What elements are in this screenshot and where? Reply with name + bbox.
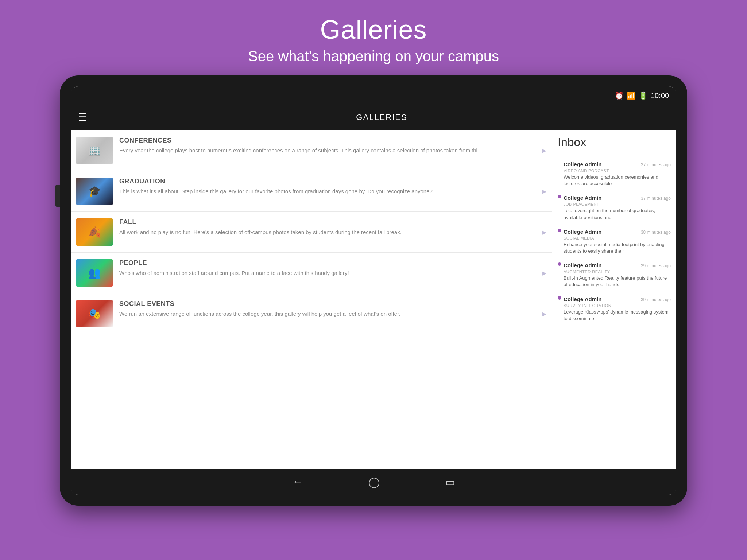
inbox-category-2: SOCIAL MEDIA [564,236,671,240]
inbox-category-4: SURVEY INTEGRATION [564,303,671,308]
tablet-device: ⏰ 📶 🔋 10:00 ☰ GALLERIES 🏢 CONFERENCES Ev… [60,75,687,506]
inbox-preview-4: Leverage Klass Apps' dynamic messaging s… [564,309,671,322]
gallery-thumb-social-events: 🎭 [76,300,113,327]
inbox-time-3: 39 minutes ago [641,263,671,268]
gallery-item-title-social-events: SOCIAL EVENTS [119,300,535,308]
inbox-dot-2 [558,229,561,232]
inbox-item-body-4: College Admin 39 minutes ago SURVEY INTE… [564,296,671,322]
inbox-item-0[interactable]: College Admin 37 minutes ago VIDEO AND P… [558,158,671,191]
hamburger-menu-icon[interactable]: ☰ [78,111,87,123]
inbox-preview-1: Total oversight on the number of graduat… [564,207,671,221]
inbox-sender-1: College Admin [564,195,601,201]
gallery-item-title-people: PEOPLE [119,259,535,267]
inbox-time-4: 39 minutes ago [641,297,671,302]
inbox-sender-3: College Admin [564,262,601,268]
app-bar-title: GALLERIES [94,113,669,122]
inbox-item-body-1: College Admin 37 minutes ago JOB PLACEME… [564,195,671,221]
inbox-item-body-3: College Admin 39 minutes ago AUGMENTED R… [564,262,671,288]
inbox-preview-3: Built-in Augmented Reality feature puts … [564,275,671,288]
gallery-item-title-conferences: CONFERENCES [119,137,535,144]
gallery-thumb-people: 👥 [76,259,113,287]
tablet-screen: ⏰ 📶 🔋 10:00 ☰ GALLERIES 🏢 CONFERENCES Ev… [71,86,676,495]
gallery-item-desc-conferences: Every year the college plays host to num… [119,147,535,154]
status-bar: ⏰ 📶 🔋 10:00 [71,86,676,105]
recents-button[interactable]: ▭ [445,476,455,488]
gallery-item-fall[interactable]: 🍂 FALL All work and no play is no fun! H… [71,212,552,253]
app-bar: ☰ GALLERIES [71,105,676,130]
inbox-sender-0: College Admin [564,161,601,167]
inbox-item-body-2: College Admin 38 minutes ago SOCIAL MEDI… [564,229,671,254]
page-title: Galleries [248,15,499,44]
nav-bar: ← ◯ ▭ [71,469,676,495]
inbox-dot-4 [558,296,561,300]
inbox-preview-0: Welcome videos, graduation ceremonies an… [564,174,671,187]
gallery-item-arrow-social-events: ▸ [542,309,546,319]
gallery-item-arrow-conferences: ▸ [542,146,546,155]
inbox-preview-2: Enhance your social media footprint by e… [564,241,671,254]
gallery-item-desc-people: Who's who of administration staff around… [119,269,535,277]
gallery-item-arrow-graduation: ▸ [542,187,546,196]
inbox-category-3: AUGMENTED REALITY [564,269,671,274]
inbox-item-body-0: College Admin 37 minutes ago VIDEO AND P… [564,161,671,187]
clock-icon: ⏰ [615,91,624,100]
gallery-list: 🏢 CONFERENCES Every year the college pla… [71,130,552,469]
inbox-category-0: VIDEO AND PODCAST [564,168,671,173]
inbox-time-0: 37 minutes ago [641,162,671,167]
page-subtitle: See what's happening on your campus [248,48,499,65]
gallery-item-title-graduation: GRADUATION [119,178,535,185]
gallery-item-desc-social-events: We run an extensive range of functions a… [119,310,535,318]
gallery-item-desc-fall: All work and no play is no fun! Here's a… [119,228,535,236]
inbox-time-1: 37 minutes ago [641,196,671,201]
home-button[interactable]: ◯ [368,476,380,488]
inbox-panel: Inbox College Admin 37 minutes ago VIDEO… [552,130,676,469]
gallery-item-content-graduation: GRADUATION This is what it's all about! … [119,178,546,195]
back-button[interactable]: ← [293,476,303,488]
gallery-thumb-graduation: 🎓 [76,178,113,205]
inbox-item-2[interactable]: College Admin 38 minutes ago SOCIAL MEDI… [558,225,671,258]
gallery-item-content-people: PEOPLE Who's who of administration staff… [119,259,546,277]
status-icons: ⏰ 📶 🔋 10:00 [615,91,669,100]
inbox-item-3[interactable]: College Admin 39 minutes ago AUGMENTED R… [558,258,671,292]
gallery-item-content-fall: FALL All work and no play is no fun! Her… [119,218,546,236]
inbox-dot-3 [558,262,561,266]
inbox-category-1: JOB PLACEMENT [564,202,671,206]
inbox-dot-1 [558,195,561,198]
wifi-icon: 📶 [627,91,636,100]
inbox-sender-2: College Admin [564,229,601,235]
gallery-item-title-fall: FALL [119,218,535,226]
gallery-item-conferences[interactable]: 🏢 CONFERENCES Every year the college pla… [71,130,552,171]
inbox-time-2: 38 minutes ago [641,230,671,235]
gallery-item-arrow-fall: ▸ [542,228,546,237]
gallery-item-people[interactable]: 👥 PEOPLE Who's who of administration sta… [71,253,552,293]
volume-button[interactable] [55,185,60,207]
main-content: 🏢 CONFERENCES Every year the college pla… [71,130,676,469]
gallery-item-content-social-events: SOCIAL EVENTS We run an extensive range … [119,300,546,318]
battery-icon: 🔋 [639,91,648,100]
gallery-item-social-events[interactable]: 🎭 SOCIAL EVENTS We run an extensive rang… [71,293,552,334]
gallery-thumb-conferences: 🏢 [76,137,113,164]
gallery-item-arrow-people: ▸ [542,268,546,278]
page-header: Galleries See what's happening on your c… [248,0,499,75]
gallery-thumb-fall: 🍂 [76,218,113,246]
gallery-item-desc-graduation: This is what it's all about! Step inside… [119,187,535,195]
inbox-item-4[interactable]: College Admin 39 minutes ago SURVEY INTE… [558,292,671,326]
gallery-item-graduation[interactable]: 🎓 GRADUATION This is what it's all about… [71,171,552,212]
inbox-item-1[interactable]: College Admin 37 minutes ago JOB PLACEME… [558,191,671,225]
gallery-item-content-conferences: CONFERENCES Every year the college plays… [119,137,546,154]
inbox-title: Inbox [558,136,671,152]
status-time: 10:00 [651,92,669,100]
inbox-sender-4: College Admin [564,296,601,302]
